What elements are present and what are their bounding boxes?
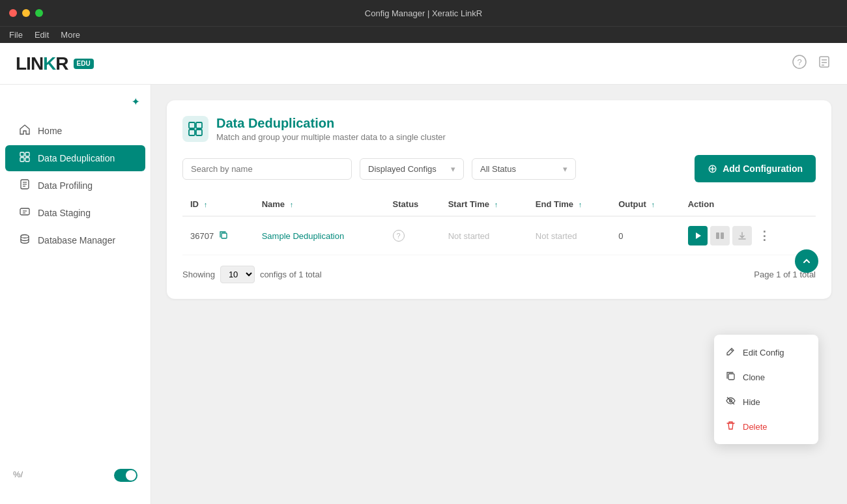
page-size-select[interactable]: 10 25 50 (220, 266, 255, 283)
configs-total-label: configs of 1 total (260, 270, 322, 279)
run-button[interactable] (688, 226, 708, 245)
cell-start-time: Not started (440, 216, 528, 255)
clone-icon (725, 371, 736, 383)
svg-marker-24 (696, 232, 701, 239)
showing-section: Showing 10 25 50 configs of 1 total (182, 266, 322, 283)
home-icon (18, 124, 31, 137)
staging-icon (18, 206, 31, 219)
edit-label: Edit Config (743, 348, 784, 357)
cell-id: 36707 (182, 216, 254, 255)
hide-label: Hide (743, 397, 760, 407)
sidebar-collapse[interactable]: ✦ (0, 95, 151, 118)
svg-text:%/: %/ (13, 469, 23, 479)
sidebar-item-staging[interactable]: Data Staging (5, 200, 145, 226)
sort-start-icon: ↑ (495, 201, 498, 208)
minimize-button[interactable] (22, 9, 30, 17)
help-icon[interactable]: ? (792, 55, 807, 72)
sidebar-item-home[interactable]: Home (5, 118, 145, 144)
collapse-icon[interactable]: ✦ (132, 95, 140, 107)
sort-end-icon: ↑ (579, 201, 582, 208)
cell-end-time: Not started (528, 216, 610, 255)
sidebar-label-database: Database Manager (38, 235, 115, 245)
sort-name-icon: ↑ (290, 201, 294, 208)
search-input[interactable] (182, 158, 352, 180)
col-output[interactable]: Output ↑ (610, 193, 680, 216)
sidebar-item-dedup[interactable]: Data Deduplication (5, 145, 145, 171)
panel-header: Data Deduplication Match and group your … (182, 116, 816, 142)
view-button[interactable] (710, 226, 730, 245)
panel-card: Data Deduplication Match and group your … (167, 100, 831, 299)
col-action: Action (680, 193, 816, 216)
svg-rect-29 (728, 374, 734, 380)
close-button[interactable] (9, 9, 17, 17)
svg-rect-19 (189, 122, 195, 128)
theme-toggle[interactable] (114, 469, 137, 482)
svg-rect-14 (20, 208, 29, 215)
context-menu-clone[interactable]: Clone (714, 365, 818, 389)
copy-id-icon[interactable] (219, 231, 228, 242)
page-title: Data Deduplication (216, 116, 446, 131)
col-end-time[interactable]: End Time ↑ (528, 193, 610, 216)
svg-rect-7 (25, 152, 29, 156)
cell-action: ⋮ (680, 216, 816, 255)
sidebar-label-dedup: Data Deduplication (38, 153, 115, 163)
logo-badge: EDU (74, 59, 94, 69)
svg-rect-20 (196, 122, 202, 128)
sidebar-bottom: %/ (0, 457, 151, 494)
notes-icon[interactable] (817, 55, 831, 72)
sort-id-icon: ↑ (204, 201, 208, 208)
delete-icon (725, 421, 736, 432)
col-name[interactable]: Name ↑ (254, 193, 385, 216)
database-icon (18, 234, 31, 247)
menu-edit[interactable]: Edit (35, 30, 49, 40)
config-table: ID ↑ Name ↑ Status Start Time (182, 193, 816, 255)
maximize-button[interactable] (35, 9, 43, 17)
configs-filter-label: Displayed Configs (368, 164, 437, 174)
edit-icon (725, 346, 736, 358)
col-start-time[interactable]: Start Time ↑ (440, 193, 528, 216)
window-controls[interactable] (9, 9, 43, 17)
logo: LINKR EDU (16, 53, 94, 74)
context-menu: Edit Config Clone (714, 335, 818, 444)
page-subtitle: Match and group your multiple master dat… (216, 132, 446, 142)
sidebar-item-database[interactable]: Database Manager (5, 227, 145, 253)
add-configuration-button[interactable]: ⊕ Add Configuration (695, 155, 816, 182)
svg-rect-25 (716, 232, 719, 239)
clone-label: Clone (743, 372, 765, 382)
add-icon: ⊕ (708, 161, 717, 176)
context-menu-edit[interactable]: Edit Config (714, 340, 818, 365)
cell-status: ? (385, 216, 440, 255)
window-title: Config Manager | Xeratic LinkR (365, 8, 482, 18)
download-button[interactable] (732, 226, 752, 245)
app-header: LINKR EDU ? (0, 43, 847, 85)
menu-file[interactable]: File (9, 30, 23, 40)
sidebar-label-staging: Data Staging (38, 208, 91, 218)
context-menu-hide[interactable]: Hide (714, 389, 818, 414)
col-id[interactable]: ID ↑ (182, 193, 254, 216)
sidebar-item-profiling[interactable]: Data Profiling (5, 173, 145, 199)
sidebar-label-home: Home (38, 126, 62, 136)
svg-rect-8 (20, 158, 24, 161)
col-status: Status (385, 193, 440, 216)
content-area: ✦ Home (0, 85, 847, 504)
svg-text:?: ? (797, 57, 801, 67)
svg-rect-26 (721, 232, 724, 239)
svg-rect-9 (25, 158, 29, 161)
context-menu-delete[interactable]: Delete (714, 414, 818, 439)
showing-label: Showing (182, 270, 215, 279)
table-footer: Showing 10 25 50 configs of 1 total Page… (182, 266, 816, 283)
menubar: File Edit More (0, 26, 847, 43)
toolbar: Displayed Configs ▾ All Status ▾ ⊕ Add C… (182, 155, 816, 182)
main-panel: Data Deduplication Match and group your … (151, 85, 847, 504)
status-filter-dropdown[interactable]: All Status ▾ (472, 158, 576, 180)
configs-filter-dropdown[interactable]: Displayed Configs ▾ (360, 158, 464, 180)
app-container: LINKR EDU ? (0, 43, 847, 504)
more-options-button[interactable]: ⋮ (754, 226, 774, 245)
cell-name[interactable]: Sample Deduplication (254, 216, 385, 255)
cell-output: 0 (610, 216, 680, 255)
menu-more[interactable]: More (61, 30, 80, 40)
svg-rect-21 (189, 130, 195, 135)
configs-filter-chevron: ▾ (451, 164, 455, 174)
dev-icon: %/ (13, 468, 26, 483)
scroll-top-button[interactable] (795, 249, 818, 273)
